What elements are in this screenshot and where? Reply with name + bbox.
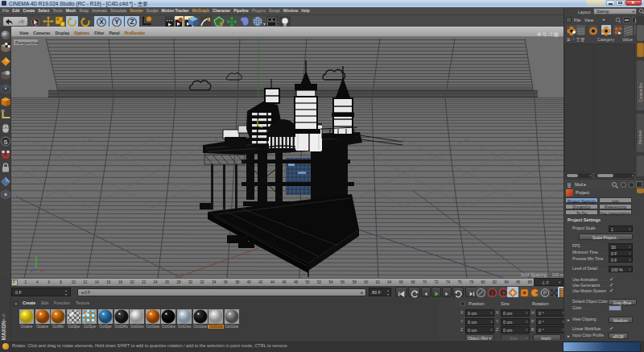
svg-text:!: ! — [491, 291, 493, 296]
svg-text:Z: Z — [130, 18, 134, 26]
svg-text:?: ? — [502, 291, 506, 296]
svg-text:X: X — [99, 18, 104, 26]
svg-text:Y: Y — [114, 18, 119, 26]
svg-text:S: S — [3, 139, 8, 146]
svg-text:P: P — [543, 290, 547, 296]
